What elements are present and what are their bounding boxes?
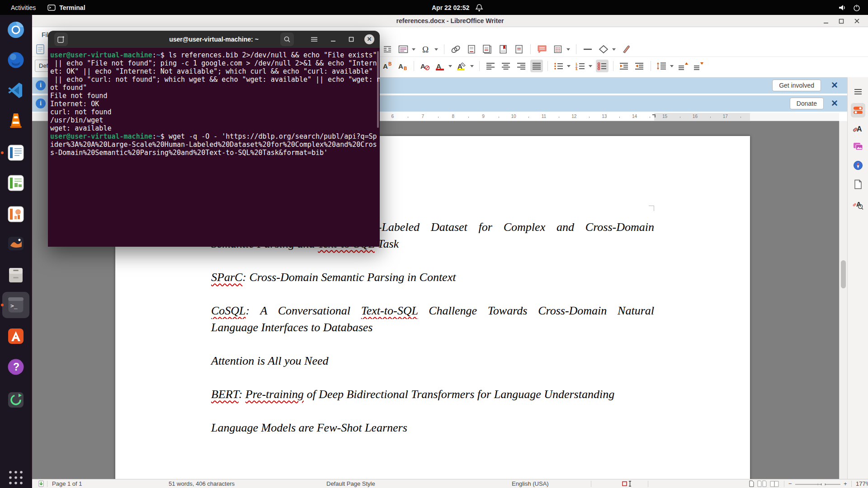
maximize-button[interactable]	[839, 19, 844, 24]
zoom-level[interactable]: 177%	[856, 480, 868, 487]
focused-app-menu[interactable]: Terminal	[47, 4, 85, 11]
search-icon[interactable]	[280, 33, 294, 46]
align-left-icon[interactable]	[484, 60, 497, 72]
infobar-close-icon[interactable]: ✕	[831, 98, 838, 109]
highlight-color-icon[interactable]: A	[456, 60, 468, 72]
insert-endnote-icon[interactable]	[481, 43, 494, 56]
system-status-area[interactable]	[838, 0, 861, 15]
terminal-maximize-button[interactable]	[344, 33, 358, 46]
align-center-icon[interactable]	[500, 60, 512, 72]
document-paragraph[interactable]: Attention is All you Need	[211, 352, 654, 369]
dropdown-caret-icon[interactable]	[612, 48, 616, 51]
outline-list-icon[interactable]	[596, 60, 609, 72]
indent-decrease-icon[interactable]	[633, 60, 646, 72]
document-text[interactable]: Spider: A Large-Scale Human-Labeled Data…	[211, 219, 654, 453]
insert-footnote-icon[interactable]	[465, 43, 478, 56]
terminal-close-button[interactable]: ✕	[363, 33, 376, 46]
document-paragraph[interactable]: BERT: Pre-training of Deep Bidirectional…	[211, 386, 654, 403]
indent-increase-icon[interactable]	[618, 60, 631, 72]
dock-item-vscode[interactable]	[5, 80, 27, 101]
hyperlink-icon[interactable]	[449, 43, 462, 56]
document-paragraph[interactable]: Language Models are Few-Shot Learners	[211, 419, 654, 436]
right-indent-marker[interactable]	[652, 114, 656, 117]
dock-item-ubuntu-software[interactable]	[5, 325, 27, 347]
horizontal-line-icon[interactable]	[581, 43, 594, 56]
numbering-icon[interactable]: 1.2.3.	[574, 60, 587, 72]
show-applications-button[interactable]	[5, 467, 27, 488]
gallery-icon[interactable]	[851, 139, 865, 154]
scrollbar-thumb[interactable]	[841, 260, 846, 288]
basic-shapes-icon[interactable]	[597, 43, 610, 56]
zoom-slider[interactable]	[795, 483, 840, 485]
book-view-icon[interactable]	[770, 480, 780, 487]
bullets-icon[interactable]	[552, 60, 565, 72]
save-status-icon[interactable]	[38, 480, 45, 487]
properties-icon[interactable]	[851, 103, 865, 117]
terminal-content[interactable]: user@user-virtual-machine:~$ ls referenc…	[48, 48, 380, 247]
dock-item-terminal-app[interactable]: >_	[5, 294, 27, 316]
dropdown-caret-icon[interactable]	[566, 48, 570, 51]
align-right-icon[interactable]	[515, 60, 528, 72]
insert-bookmark-icon[interactable]	[497, 43, 509, 56]
dock-item-software-updater[interactable]	[5, 389, 27, 411]
styles-icon[interactable]: A	[851, 122, 865, 136]
text-language[interactable]: English (USA)	[512, 480, 549, 487]
dropdown-caret-icon[interactable]	[448, 65, 452, 67]
insert-text-box-icon[interactable]	[397, 43, 410, 56]
infobar-close-icon[interactable]: ✕	[831, 80, 838, 91]
dock-item-libreoffice-impress[interactable]	[5, 203, 27, 225]
sidebar-settings-icon[interactable]	[851, 84, 865, 99]
selection-mode-icon[interactable]	[622, 480, 632, 487]
writer-titlebar[interactable]: references.docx - LibreOffice Writer	[32, 15, 868, 27]
terminal-scrollbar-thumb[interactable]	[377, 51, 379, 128]
clock-button[interactable]: Apr 22 02:52	[432, 0, 484, 15]
page-count[interactable]: Page 1 of 1	[52, 480, 82, 487]
dropdown-caret-icon[interactable]	[589, 65, 592, 67]
dock-item-libreoffice-calc[interactable]	[5, 172, 27, 194]
insert-page-break-icon[interactable]	[381, 43, 394, 56]
terminal-minimize-button[interactable]	[326, 33, 340, 46]
dropdown-caret-icon[interactable]	[412, 48, 415, 51]
subscript-icon[interactable]: AB	[396, 60, 409, 72]
minimize-button[interactable]	[823, 19, 829, 24]
new-document-icon[interactable]	[36, 44, 46, 55]
page-style[interactable]: Default Page Style	[326, 480, 375, 487]
donate-button[interactable]: Donate	[790, 98, 824, 109]
page-icon[interactable]	[851, 177, 865, 192]
clear-formatting-icon[interactable]: A	[419, 60, 431, 72]
freeform-line-icon[interactable]	[620, 43, 632, 56]
hamburger-menu-icon[interactable]	[307, 33, 321, 46]
dock-item-vlc[interactable]	[5, 110, 27, 131]
dock-item-chromium[interactable]	[5, 19, 27, 41]
zoom-out-button[interactable]: −	[788, 480, 792, 487]
terminal-titlebar[interactable]: user@user-virtual-machine: ~ ✕	[48, 31, 380, 48]
dock-item-media-app[interactable]	[5, 233, 27, 254]
get-involved-button[interactable]: Get involved	[772, 80, 821, 91]
navigator-icon[interactable]	[851, 158, 865, 173]
special-character-icon[interactable]: Ω	[420, 43, 432, 56]
dock-item-libreoffice-writer[interactable]	[5, 142, 27, 164]
cross-reference-icon[interactable]	[513, 43, 525, 56]
para-space-increase-icon[interactable]	[677, 60, 690, 72]
document-paragraph[interactable]: CoSQL: A Conversational Text-to-SQL Chal…	[211, 302, 654, 336]
style-inspector-icon[interactable]: A	[851, 197, 865, 212]
justify-icon[interactable]	[530, 60, 543, 72]
dock-item-blue-app[interactable]	[5, 49, 27, 71]
insert-comment-icon[interactable]	[536, 43, 548, 56]
font-color-icon[interactable]: A	[434, 60, 447, 72]
dropdown-caret-icon[interactable]	[670, 65, 674, 67]
word-count[interactable]: 51 words, 406 characters	[169, 480, 235, 487]
superscript-icon[interactable]: AB	[381, 60, 394, 72]
vertical-scrollbar[interactable]	[839, 121, 847, 479]
multi-page-view-icon[interactable]	[757, 480, 767, 487]
dropdown-caret-icon[interactable]	[434, 48, 438, 51]
dock-item-help[interactable]: ?	[5, 356, 27, 378]
dock-item-files[interactable]	[5, 264, 27, 286]
insert-field-icon[interactable]	[552, 43, 564, 56]
activities-button[interactable]: Activities	[11, 4, 36, 11]
dropdown-caret-icon[interactable]	[470, 65, 474, 67]
single-page-view-icon[interactable]	[749, 480, 755, 487]
dropdown-caret-icon[interactable]	[567, 65, 571, 67]
zoom-in-button[interactable]: +	[844, 480, 847, 487]
document-paragraph[interactable]: SParC: Cross-Domain Semantic Parsing in …	[211, 269, 654, 286]
